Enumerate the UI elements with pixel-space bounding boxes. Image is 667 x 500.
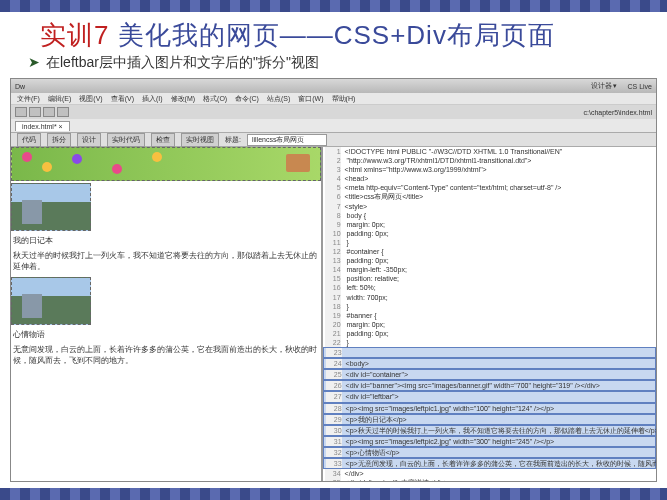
code-line[interactable]: 27<div id="leftbar">	[323, 391, 656, 402]
dreamweaver-screenshot: Dw 设计器 ▾ CS Live 文件(F)编辑(E)视图(V)查看(V)插入(…	[10, 78, 657, 482]
title-text: 美化我的网页——CSS+Div布局页面	[118, 20, 555, 50]
menu-item[interactable]: 站点(S)	[267, 94, 290, 104]
menu-item[interactable]: 修改(M)	[171, 94, 196, 104]
code-line[interactable]: 11 }	[323, 238, 656, 247]
code-line[interactable]: 33<p>无意间发现，白云的上面，长着许许多多的蒲公英，它在我面前造出的长大，秋…	[323, 458, 656, 469]
menu-item[interactable]: 格式(O)	[203, 94, 227, 104]
code-line[interactable]: 10 padding: 0px;	[323, 229, 656, 238]
code-line[interactable]: 17 width: 700px;	[323, 293, 656, 302]
code-line[interactable]: 28<p><img src="images/leftpic1.jpg" widt…	[323, 403, 656, 414]
title-number: 实训7	[40, 20, 118, 50]
menu-bar: 文件(F)编辑(E)视图(V)查看(V)插入(I)修改(M)格式(O)命令(C)…	[11, 93, 656, 105]
view-button[interactable]: 代码	[17, 133, 41, 147]
menu-item[interactable]: 命令(C)	[235, 94, 259, 104]
code-line[interactable]: 20 margin: 0px;	[323, 320, 656, 329]
view-button[interactable]: 检查	[151, 133, 175, 147]
file-path: c:\chapter5\index.html	[584, 109, 652, 116]
view-button[interactable]: 实时视图	[181, 133, 219, 147]
code-line[interactable]: 12 #container {	[323, 247, 656, 256]
view-button[interactable]: 实时代码	[107, 133, 145, 147]
menu-item[interactable]: 查看(V)	[111, 94, 134, 104]
code-line[interactable]: 7<style>	[323, 202, 656, 211]
diary-paragraph: 秋天过半的时候我打上一列火车，我不知道它将要去往的方向，那似踏着上去无休止的延伸…	[11, 248, 321, 274]
toolbar-button[interactable]	[29, 107, 41, 117]
bullet-point: ➤在leftbar层中插入图片和文字后的"拆分"视图	[28, 54, 319, 72]
code-line[interactable]: 1<!DOCTYPE html PUBLIC "-//W3C//DTD XHTM…	[323, 147, 656, 156]
menu-item[interactable]: 帮助(H)	[332, 94, 356, 104]
code-line[interactable]: 22 }	[323, 338, 656, 347]
split-view: 我的日记本 秋天过半的时候我打上一列火车，我不知道它将要去往的方向，那似踏着上去…	[11, 147, 656, 481]
diary-paragraph: 无意间发现，白云的上面，长着许许多多的蒲公英，它在我面前造出的长大，秋收的时候，…	[11, 342, 321, 368]
document-tabs: index.html* ×	[11, 119, 656, 133]
code-line[interactable]: 25<div id="container">	[323, 369, 656, 380]
title-label: 标题:	[225, 135, 241, 145]
view-button[interactable]: 拆分	[47, 133, 71, 147]
menu-item[interactable]: 编辑(E)	[48, 94, 71, 104]
code-line[interactable]: 30<p>秋天过半的时候我打上一列火车，我不知道它将要去往的方向，那似踏着上去无…	[323, 425, 656, 436]
presentation-slide: 实训7 美化我的网页——CSS+Div布局页面 ➤在leftbar层中插入图片和…	[0, 0, 667, 500]
code-line[interactable]: 26<div id="banner"><img src="images/bann…	[323, 380, 656, 391]
code-line[interactable]: 15 position: relative;	[323, 274, 656, 283]
leftpic1-image	[11, 183, 91, 231]
code-line[interactable]: 4<head>	[323, 174, 656, 183]
slide-border-top	[0, 0, 667, 12]
code-line[interactable]: 3<html xmlns="http://www.w3.org/1999/xht…	[323, 165, 656, 174]
code-pane[interactable]: 1<!DOCTYPE html PUBLIC "-//W3C//DTD XHTM…	[321, 147, 656, 481]
code-line[interactable]: 19 #banner {	[323, 311, 656, 320]
code-line[interactable]: 13 padding: 0px;	[323, 256, 656, 265]
document-toolbar: 代码拆分设计实时代码检查实时视图标题:lillencss布局网页	[11, 133, 656, 147]
code-line[interactable]: 6<title>css布局网页</title>	[323, 192, 656, 201]
menu-item[interactable]: 文件(F)	[17, 94, 40, 104]
code-line[interactable]: 35<div id="content">内容详情</div>	[323, 478, 656, 481]
code-line[interactable]: 9 margin: 0px;	[323, 220, 656, 229]
leftpic2-image	[11, 277, 91, 325]
cslive-button[interactable]: CS Live	[627, 83, 652, 90]
toolbar-button[interactable]	[43, 107, 55, 117]
diary-title: 我的日记本	[11, 233, 321, 248]
active-tab[interactable]: index.html* ×	[15, 121, 70, 131]
code-line[interactable]: 14 margin-left: -350px;	[323, 265, 656, 274]
code-line[interactable]: 2 "http://www.w3.org/TR/xhtml1/DTD/xhtml…	[323, 156, 656, 165]
code-line[interactable]: 21 padding: 0px;	[323, 329, 656, 338]
code-line[interactable]: 18 }	[323, 302, 656, 311]
window-titlebar: Dw 设计器 ▾ CS Live	[11, 79, 656, 93]
menu-item[interactable]: 视图(V)	[79, 94, 102, 104]
code-line[interactable]: 31<p><img src="images/leftpic2.jpg" widt…	[323, 436, 656, 447]
mood-title: 心情物语	[11, 327, 321, 342]
menu-item[interactable]: 窗口(W)	[298, 94, 323, 104]
code-line[interactable]: 23	[323, 347, 656, 358]
title-input[interactable]: lillencss布局网页	[247, 134, 327, 146]
bullet-text: 在leftbar层中插入图片和文字后的"拆分"视图	[46, 54, 319, 70]
code-line[interactable]: 16 left: 50%;	[323, 283, 656, 292]
design-pane[interactable]: 我的日记本 秋天过半的时候我打上一列火车，我不知道它将要去往的方向，那似踏着上去…	[11, 147, 321, 481]
menu-item[interactable]: 插入(I)	[142, 94, 163, 104]
toolbar-button[interactable]	[57, 107, 69, 117]
workspace-selector[interactable]: 设计器 ▾	[591, 81, 618, 91]
view-button[interactable]: 设计	[77, 133, 101, 147]
code-line[interactable]: 5<meta http-equiv="Content-Type" content…	[323, 183, 656, 192]
toolbar-button[interactable]	[15, 107, 27, 117]
slide-title: 实训7 美化我的网页——CSS+Div布局页面	[40, 18, 555, 53]
banner-image	[11, 147, 321, 181]
toolbar: c:\chapter5\index.html	[11, 105, 656, 119]
slide-border-bottom	[0, 488, 667, 500]
code-line[interactable]: 8 body {	[323, 211, 656, 220]
code-line[interactable]: 29<p>我的日记本</p>	[323, 414, 656, 425]
code-line[interactable]: 24<body>	[323, 358, 656, 369]
code-line[interactable]: 34</div>	[323, 469, 656, 478]
bullet-arrow-icon: ➤	[28, 54, 40, 70]
code-line[interactable]: 32<p>心情物语</p>	[323, 447, 656, 458]
